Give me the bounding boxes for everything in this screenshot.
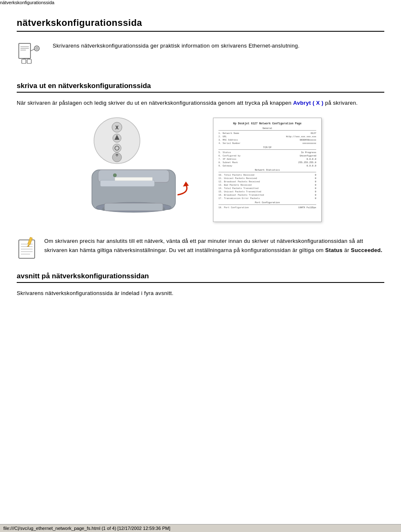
note-text-part2: är: [343, 247, 351, 253]
tab-title: nätverkskonfigurationssida: [0, 0, 401, 5]
config-row-6: 6. Configured byUnconfigured: [218, 154, 316, 157]
section2-heading: avsnitt på nätverkskonfigurationssidan: [17, 272, 384, 283]
svg-rect-30: [104, 203, 163, 211]
intro-section: Skrivarens nätverkskonfigurationssida ge…: [17, 40, 384, 69]
svg-point-27: [113, 174, 117, 177]
svg-rect-0: [19, 43, 30, 58]
section1-body: När skrivaren är påslagen och ledig skri…: [17, 98, 384, 107]
config-row-18: 18. Port Configuration100TX FullDpx: [218, 206, 316, 209]
config-title: Hp Deskjet 6127 Network Configuration Pa…: [218, 122, 316, 125]
config-row-7: 7. IP Address0.0.0.0: [218, 158, 316, 161]
note-section: Om skrivaren precis har anslutits till e…: [17, 237, 384, 260]
svg-point-18: [113, 144, 121, 152]
note-text: Om skrivaren precis har anslutits till e…: [44, 237, 384, 255]
config-row-17: 17. Transmission Error Packets0: [218, 197, 316, 200]
config-row-15: 15. Unicast Packets Transmitted0: [218, 190, 316, 193]
section1-heading: skriva ut en nätverkskonfigurationssida: [17, 82, 384, 93]
config-row-10: 10. Total Packets Received0: [218, 174, 316, 176]
status-bar: file:///C|/svc/ug_ethernet_network_page_…: [0, 524, 401, 532]
svg-rect-25: [115, 177, 152, 181]
config-row-12: 12. Broadcast Packets Received0: [218, 180, 316, 183]
svg-text:X: X: [115, 125, 119, 131]
config-row-13: 13. Bad Packets Received0: [218, 184, 316, 187]
intro-text: Skrivarens nätverkskonfigurationssida ge…: [53, 40, 299, 50]
tcpip-section-label: TCP/IP: [218, 146, 316, 150]
config-page-preview: Hp Deskjet 6127 Network Configuration Pa…: [213, 118, 322, 222]
general-section-label: General: [218, 127, 316, 131]
config-row-8: 8. Subnet Mask255.255.255.0: [218, 161, 316, 164]
svg-marker-31: [183, 182, 189, 187]
port-section-label: Port Configuration: [218, 201, 316, 205]
note-succeeded-bold: Succeeded.: [351, 247, 382, 253]
config-row-1: 1. Network Name6127: [218, 132, 316, 135]
svg-rect-9: [27, 59, 31, 63]
svg-rect-8: [22, 59, 26, 63]
printer-illustration-area: X: [17, 116, 384, 224]
svg-rect-24: [100, 180, 155, 187]
config-row-2: 2. URLhttp://xxx.xxx.xxx.xxx: [218, 135, 316, 138]
config-row-16: 16. Broadcast Packets Transmitted0: [218, 194, 316, 197]
note-icon: [17, 237, 38, 260]
svg-line-7: [30, 49, 34, 51]
config-row-14: 14. Total Packets Transmitted0: [218, 187, 316, 190]
section2-body: Skrivarens nätverkskonfigurationssida är…: [17, 289, 384, 298]
config-row-9: 9. Gateway0.0.0.0: [218, 164, 316, 167]
note-text-part1: Om skrivaren precis har anslutits till e…: [44, 238, 363, 253]
avbryt-highlight: Avbryt ( X ): [293, 100, 323, 106]
svg-point-6: [36, 48, 37, 49]
page-main-heading: nätverkskonfigurationssida: [17, 18, 384, 32]
config-row-4: 4. Serial Numberxxxxxxxxxx: [218, 142, 316, 145]
config-row-11: 11. Unicast Packets Received0: [218, 177, 316, 180]
printer-svg: X: [79, 116, 205, 224]
config-row-3: 3. MAC Address0030658xxxxx: [218, 139, 316, 141]
printer-network-icon: [17, 40, 46, 69]
note-status-bold: Status: [325, 247, 343, 253]
network-section-label: Network Statistics: [218, 169, 316, 172]
avsnitt-section: avsnitt på nätverkskonfigurationssidan S…: [17, 272, 384, 298]
config-row-5: 5. StatusIn Progress: [218, 151, 316, 154]
